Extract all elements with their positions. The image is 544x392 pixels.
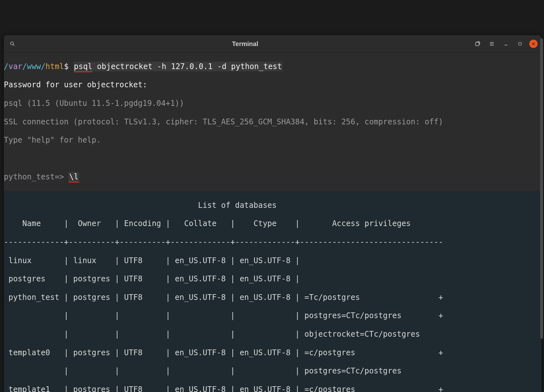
svg-line-1 [13,44,14,46]
cmd-args: objectrocket -h 127.0.0.1 -d python_test [92,62,282,71]
hamburger-menu-icon[interactable] [487,39,497,49]
path-www: www [27,62,41,71]
maximize-button[interactable] [515,39,525,49]
table-row: | | | | | objectrocket=CTc/postgres [4,330,541,339]
ssl-line: SSL connection (protocol: TLSv1.3, ciphe… [4,117,541,127]
svg-point-0 [11,42,13,45]
titlebar: Terminal [4,35,541,53]
table-row: linux | linux | UTF8 | en_US.UTF-8 | en_… [4,256,541,265]
psql-cmd-l: \l [68,172,79,183]
table-row: postgres | postgres | UTF8 | en_US.UTF-8… [4,274,541,284]
psql-prompt-line: python_test=> \l [4,172,541,182]
table-row: | | | | | postgres=CTc/postgres [4,366,541,376]
terminal-window: Terminal /var/www/html$ psql objectrocke… [4,35,541,392]
path-var: var [8,62,22,71]
minimize-button[interactable] [501,39,511,49]
help-line: Type "help" for help. [4,136,541,145]
window-title: Terminal [232,40,258,48]
close-button[interactable] [529,40,538,48]
db-list-block: List of databases Name | Owner | Encodin… [4,191,541,392]
prompt-dollar: $ [64,62,73,71]
version-line: psql (11.5 (Ubuntu 11.5-1.pgdg19.04+1)) [4,99,541,108]
table-row: template0 | postgres | UTF8 | en_US.UTF-… [4,348,541,357]
path-slash: / [4,62,8,71]
terminal-body[interactable]: /var/www/html$ psql objectrocket -h 127.… [4,53,541,392]
password-line: Password for user objectrocket: [4,80,541,90]
table-header: Name | Owner | Encoding | Collate | Ctyp… [4,219,541,228]
cmd-psql: psql [74,62,92,72]
new-tab-icon[interactable] [473,39,483,49]
table-row: template1 | postgres | UTF8 | en_US.UTF-… [4,385,541,392]
psql-prompt: python_test=> [4,172,68,181]
table-row: | | | | | postgres=CTc/postgres + [4,311,541,320]
table-divider: -------------+----------+----------+----… [4,238,541,247]
table-row: python_test | postgres | UTF8 | en_US.UT… [4,293,541,302]
path-html: html [45,62,64,71]
path-slash: / [22,62,27,71]
shell-prompt-line: /var/www/html$ psql objectrocket -h 127.… [4,62,541,71]
search-icon[interactable] [8,39,17,49]
path-slash: / [41,62,45,71]
svg-rect-7 [519,43,521,45]
scrollbar[interactable] [540,38,543,339]
svg-rect-2 [476,43,479,46]
table-title: List of databases [4,201,541,210]
